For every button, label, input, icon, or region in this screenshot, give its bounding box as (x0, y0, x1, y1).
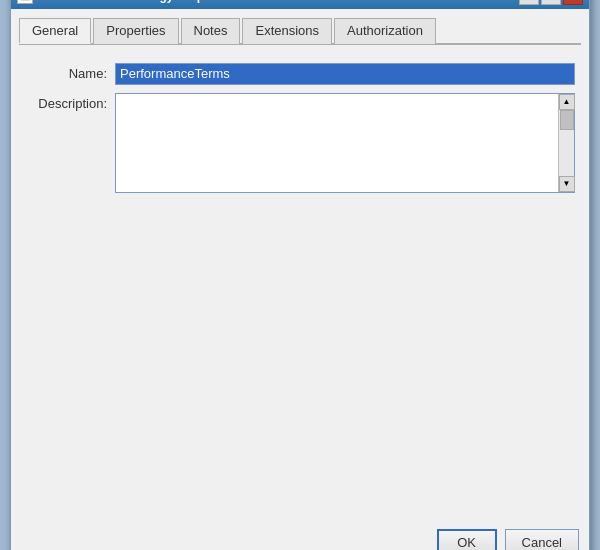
tab-general[interactable]: General (19, 18, 91, 44)
tab-bar: General Properties Notes Extensions Auth… (19, 17, 581, 45)
dialog-content: General Properties Notes Extensions Auth… (11, 9, 589, 519)
scroll-up-button[interactable]: ▲ (559, 94, 575, 110)
tab-properties[interactable]: Properties (93, 18, 178, 44)
dialog-window: ⊞ Controlled Terminology Properties ─ □ … (10, 0, 590, 550)
dialog-footer: OK Cancel (11, 519, 589, 551)
tab-extensions[interactable]: Extensions (242, 18, 332, 44)
cancel-button[interactable]: Cancel (505, 529, 579, 551)
empty-area (19, 211, 581, 511)
description-input[interactable] (116, 94, 558, 192)
tab-notes[interactable]: Notes (181, 18, 241, 44)
title-bar: ⊞ Controlled Terminology Properties ─ □ … (11, 0, 589, 9)
close-button[interactable]: ✕ (563, 0, 583, 5)
name-input[interactable] (115, 63, 575, 85)
description-label: Description: (25, 93, 115, 111)
name-row: Name: (25, 63, 575, 85)
window-title: Controlled Terminology Properties (39, 0, 236, 3)
description-wrapper: ▲ ▼ (115, 93, 575, 193)
title-controls: ─ □ ✕ (519, 0, 583, 5)
general-form: Name: Description: ▲ ▼ (19, 53, 581, 211)
scroll-thumb[interactable] (560, 110, 574, 130)
vertical-scrollbar[interactable]: ▲ ▼ (558, 94, 574, 192)
tab-authorization[interactable]: Authorization (334, 18, 436, 44)
ok-button[interactable]: OK (437, 529, 497, 551)
window-icon: ⊞ (17, 0, 33, 4)
scroll-track[interactable] (559, 110, 574, 176)
minimize-button[interactable]: ─ (519, 0, 539, 5)
maximize-button[interactable]: □ (541, 0, 561, 5)
title-bar-left: ⊞ Controlled Terminology Properties (17, 0, 236, 4)
scroll-down-button[interactable]: ▼ (559, 176, 575, 192)
name-label: Name: (25, 63, 115, 81)
description-row: Description: ▲ ▼ (25, 93, 575, 193)
